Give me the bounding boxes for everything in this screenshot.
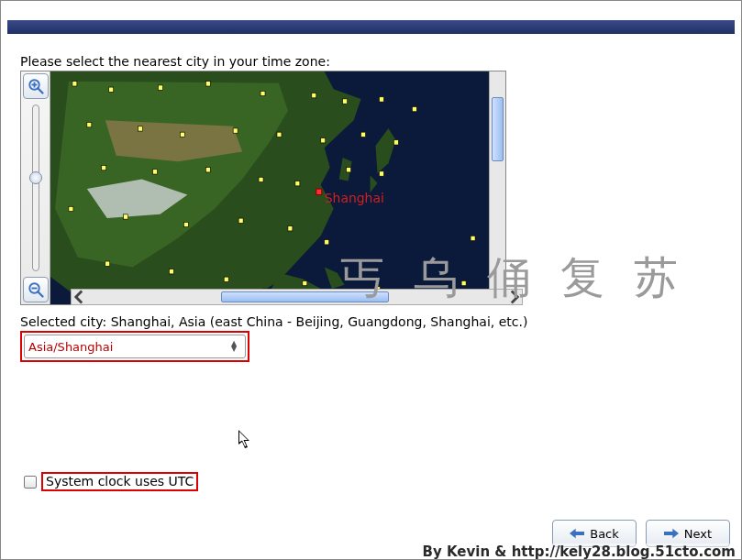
svg-rect-24: [393, 140, 398, 145]
svg-rect-31: [380, 171, 384, 176]
svg-rect-18: [138, 126, 143, 131]
svg-line-5: [38, 291, 42, 296]
map-vertical-scrollbar[interactable]: [489, 71, 505, 304]
timezone-combo-value: Asia/Shanghai: [28, 340, 113, 354]
svg-rect-30: [347, 168, 351, 172]
svg-rect-9: [109, 87, 114, 92]
svg-rect-39: [105, 261, 110, 266]
svg-rect-33: [124, 214, 128, 219]
arrow-left-icon: [570, 528, 584, 539]
prompt-text: Please select the nearest city in your t…: [20, 54, 330, 69]
selected-city-prefix: Selected city:: [20, 314, 111, 329]
timezone-map: Shanghai: [20, 71, 506, 305]
svg-line-1: [38, 88, 42, 93]
scroll-left-button[interactable]: [72, 290, 86, 304]
svg-rect-13: [312, 93, 316, 97]
zoom-slider-thumb[interactable]: [29, 171, 42, 184]
utc-checkbox-label[interactable]: System clock uses UTC: [41, 472, 198, 491]
svg-rect-16: [412, 106, 416, 111]
timezone-combo[interactable]: Asia/Shanghai ▲▼: [24, 335, 246, 358]
cursor-icon: [238, 430, 253, 450]
chevron-left-icon: [72, 290, 86, 304]
svg-rect-25: [102, 165, 106, 170]
map-horizontal-scrollbar-thumb[interactable]: [221, 291, 390, 302]
svg-rect-29: [295, 181, 300, 186]
svg-rect-14: [343, 99, 348, 104]
zoom-controls: [21, 71, 50, 304]
timezone-combo-highlight: Asia/Shanghai ▲▼: [20, 331, 249, 362]
scroll-right-button[interactable]: [507, 290, 522, 304]
svg-rect-37: [325, 240, 329, 245]
zoom-out-button[interactable]: [23, 277, 49, 302]
svg-rect-15: [380, 97, 384, 102]
svg-rect-38: [471, 236, 475, 240]
zoom-in-button[interactable]: [23, 73, 49, 99]
svg-rect-12: [260, 91, 265, 95]
svg-rect-20: [233, 128, 238, 133]
svg-rect-10: [159, 85, 163, 90]
svg-rect-11: [205, 82, 210, 86]
zoom-out-icon: [28, 281, 44, 298]
svg-rect-19: [180, 132, 184, 137]
svg-rect-40: [169, 269, 173, 274]
utc-checkbox-row: System clock uses UTC: [20, 470, 202, 493]
svg-rect-41: [224, 277, 228, 281]
svg-rect-17: [87, 122, 92, 126]
svg-rect-48: [316, 189, 322, 194]
combo-spinner-icon: ▲▼: [227, 341, 241, 352]
map-canvas[interactable]: Shanghai: [50, 71, 489, 304]
selected-city-map-label: Shanghai: [325, 191, 384, 206]
svg-rect-27: [205, 168, 210, 172]
zoom-slider[interactable]: [32, 104, 39, 271]
chevron-right-icon: [507, 290, 522, 304]
selected-city-value: Shanghai, Asia (east China - Beijing, Gu…: [111, 314, 528, 329]
svg-rect-22: [321, 138, 326, 143]
zoom-in-icon: [28, 78, 44, 94]
svg-rect-36: [288, 226, 293, 231]
svg-rect-43: [303, 280, 307, 285]
map-vertical-scrollbar-thumb[interactable]: [492, 97, 504, 161]
svg-rect-23: [361, 132, 366, 137]
header-bar: [7, 20, 735, 34]
selected-city-text: Selected city: Shanghai, Asia (east Chin…: [20, 314, 527, 329]
svg-rect-28: [259, 177, 263, 181]
svg-rect-32: [69, 206, 73, 211]
utc-checkbox[interactable]: [24, 476, 37, 489]
credit-text: By Kevin & http://kely28.blog.51cto.com: [421, 544, 737, 560]
svg-rect-47: [461, 280, 466, 285]
svg-rect-8: [72, 82, 77, 86]
map-horizontal-scrollbar[interactable]: [71, 289, 523, 305]
back-button-label: Back: [590, 527, 619, 541]
svg-rect-21: [277, 132, 282, 137]
arrow-right-icon: [664, 528, 679, 539]
svg-rect-26: [153, 170, 158, 174]
svg-rect-34: [183, 222, 188, 226]
next-button-label: Next: [684, 527, 712, 541]
svg-rect-35: [238, 218, 243, 223]
